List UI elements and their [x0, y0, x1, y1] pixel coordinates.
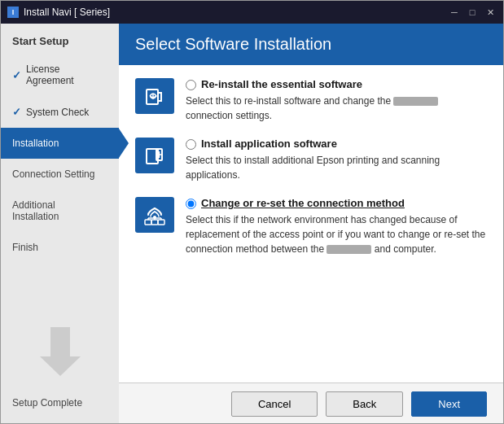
redacted-1	[393, 97, 438, 106]
svg-rect-7	[151, 220, 158, 225]
footer-right: Cancel Back Next	[231, 391, 487, 417]
sidebar-item-finish[interactable]: Finish	[1, 232, 119, 263]
option-reinstall-desc: Select this to re-install software and c…	[186, 94, 487, 123]
option-reinstall-text: Re-install the essential software Select…	[186, 78, 487, 123]
app-body: Start Setup ✓ License Agreement ✓ System…	[1, 24, 503, 424]
reinstall-svg	[142, 83, 168, 109]
close-button[interactable]: ✕	[484, 6, 497, 19]
option-install-app-desc: Select this to install additional Epson …	[186, 153, 487, 182]
option-install-app-text: Install application software Select this…	[186, 138, 487, 182]
sidebar-label-system-check: System Check	[26, 107, 89, 118]
cancel-button[interactable]: Cancel	[231, 391, 318, 417]
sidebar-item-connection-setting[interactable]: Connection Setting	[1, 159, 119, 190]
back-button[interactable]: Back	[326, 391, 403, 417]
check-icon-license: ✓	[12, 69, 21, 81]
minimize-button[interactable]: ─	[448, 6, 461, 19]
option-reinstall-label: Re-install the essential software	[201, 78, 362, 90]
option-change-connection: Change or re-set the connection method S…	[135, 197, 487, 256]
option-change-connection-label-row: Change or re-set the connection method	[186, 197, 487, 209]
option-reinstall: Re-install the essential software Select…	[135, 78, 487, 123]
connection-svg	[140, 200, 169, 229]
option-change-connection-text: Change or re-set the connection method S…	[186, 197, 487, 256]
redacted-2	[327, 245, 371, 254]
sidebar-item-license[interactable]: ✓ License Agreement	[1, 54, 119, 96]
sidebar-setup-complete: Setup Complete	[1, 389, 119, 417]
content-header: Select Software Installation	[119, 24, 503, 65]
app-icon: I	[7, 7, 19, 18]
sidebar-label-installation: Installation	[12, 138, 59, 149]
reinstall-icon	[135, 78, 174, 114]
option-change-connection-label: Change or re-set the connection method	[201, 197, 405, 209]
radio-change-connection[interactable]	[186, 199, 196, 209]
option-change-connection-desc: Select this if the network environment h…	[186, 212, 487, 256]
radio-reinstall[interactable]	[186, 80, 196, 90]
svg-rect-8	[158, 220, 164, 225]
sidebar-label-additional: Additional Installation	[12, 199, 59, 222]
check-icon-system: ✓	[12, 106, 21, 118]
change-connection-icon	[135, 197, 174, 233]
title-bar-left: I Install Navi [ Series]	[7, 7, 110, 18]
progress-arrow	[40, 327, 81, 376]
title-bar: I Install Navi [ Series] ─ □ ✕	[1, 1, 503, 24]
sidebar-item-installation[interactable]: Installation	[1, 128, 119, 159]
install-app-svg	[142, 142, 168, 168]
option-reinstall-label-row: Re-install the essential software	[186, 78, 487, 90]
sidebar: Start Setup ✓ License Agreement ✓ System…	[1, 24, 119, 424]
window-controls: ─ □ ✕	[448, 6, 497, 19]
sidebar-item-system-check[interactable]: ✓ System Check	[1, 96, 119, 128]
sidebar-label-license: License Agreement	[26, 63, 107, 86]
title-bar-title: Install Navi [ Series]	[24, 7, 110, 18]
sidebar-label-connection: Connection Setting	[12, 168, 94, 180]
next-button[interactable]: Next	[411, 391, 487, 417]
maximize-button[interactable]: □	[466, 6, 479, 19]
option-install-app: Install application software Select this…	[135, 138, 487, 182]
content-body: Re-install the essential software Select…	[119, 65, 503, 382]
option-install-app-label: Install application software	[201, 138, 337, 150]
install-app-icon	[135, 138, 174, 173]
sidebar-item-additional-installation[interactable]: Additional Installation	[1, 190, 119, 232]
option-install-app-label-row: Install application software	[186, 138, 487, 150]
footer: Cancel Back Next	[119, 382, 503, 424]
svg-rect-6	[145, 220, 151, 225]
sidebar-start-setup: Start Setup	[1, 24, 119, 54]
content-panel: Select Software Installation Re-install …	[119, 24, 503, 424]
sidebar-label-finish: Finish	[12, 242, 38, 253]
radio-install-app[interactable]	[186, 139, 196, 150]
